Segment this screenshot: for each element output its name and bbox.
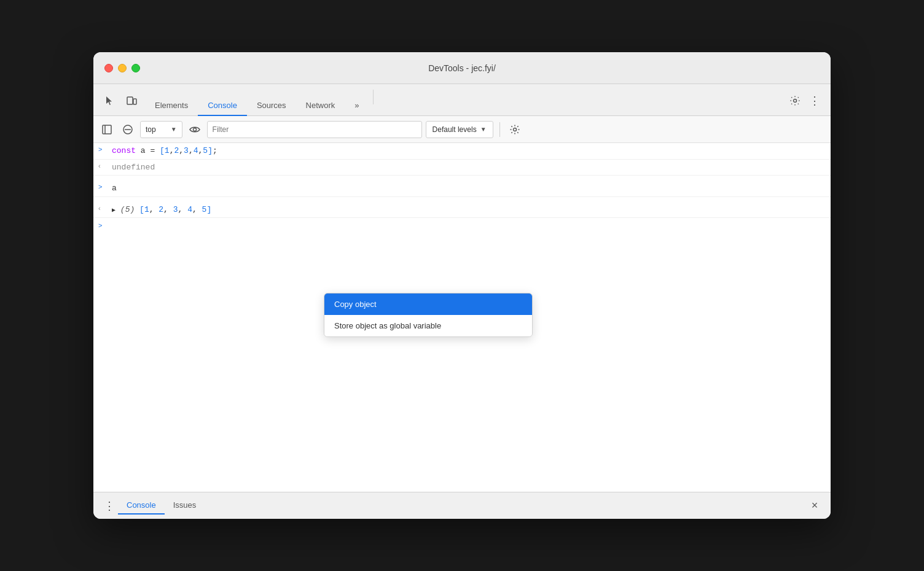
console-content[interactable]: > const a = [1,2,3,4,5]; ‹ undefined > a… [93,143,831,492]
context-menu: Copy object Store object as global varia… [324,293,533,337]
context-menu-copy-object[interactable]: Copy object [324,293,532,315]
line-gap-1 [93,176,831,181]
toolbar-separator [499,122,500,137]
svg-point-8 [513,128,516,131]
svg-point-2 [794,99,797,103]
bottom-tabs: Console Issues [118,497,806,515]
devtools-window: DevTools - jec.fyi/ Elements Console [93,52,831,519]
input-arrow-3: > [98,182,107,190]
svg-rect-1 [133,99,136,104]
close-button[interactable] [104,64,113,72]
cursor-icon [104,95,115,106]
levels-dropdown[interactable]: Default levels ▼ [426,121,493,138]
tab-bar: Elements Console Sources Network » ⋮ [93,84,831,116]
console-code-1: const a = [1,2,3,4,5]; [112,145,826,157]
bottom-tab-console[interactable]: Console [118,497,165,515]
console-output-2: undefined [112,161,826,174]
filter-input[interactable] [207,121,422,138]
eye-icon [189,124,200,135]
tab-sources[interactable]: Sources [247,96,296,116]
console-line-1: > const a = [1,2,3,4,5]; [93,143,831,160]
input-arrow-1: > [98,145,107,153]
console-prompt-line[interactable]: > [93,218,831,233]
bottom-more-btn[interactable]: ⋮ [101,497,118,515]
console-code-3: a [112,182,826,195]
console-toolbar: top ▼ Default levels ▼ [93,116,831,143]
device-toolbar-btn[interactable] [123,92,140,109]
tab-console[interactable]: Console [198,96,247,116]
bottom-bar: ⋮ Console Issues × [93,492,831,519]
context-menu-store-global[interactable]: Store object as global variable [324,315,532,336]
tab-elements[interactable]: Elements [145,96,198,116]
tab-bar-separator [373,90,374,104]
title-bar: DevTools - jec.fyi/ [93,52,831,84]
more-options-btn[interactable]: ⋮ [806,92,823,109]
console-line-3: > a [93,181,831,197]
return-arrow-4: ‹ [98,204,107,212]
sidebar-toggle-btn[interactable] [98,121,116,138]
prompt-caret-icon: > [98,222,102,229]
context-selector[interactable]: top ▼ [140,121,182,138]
gear-icon [789,95,801,106]
eye-icon-btn[interactable] [186,121,203,138]
window-title: DevTools - jec.fyi/ [428,63,496,73]
bottom-close-btn[interactable]: × [806,497,823,515]
sidebar-icon [101,124,112,135]
minimize-button[interactable] [118,64,127,72]
dropdown-arrow-icon: ▼ [171,126,177,133]
settings-icon-btn[interactable] [786,92,804,109]
tab-bar-right: ⋮ [786,92,823,115]
inspect-icon-btn[interactable] [101,92,118,109]
tab-more[interactable]: » [345,96,369,116]
levels-arrow-icon: ▼ [480,126,487,133]
return-arrow-2: ‹ [98,161,107,169]
tab-bar-icons [101,92,140,115]
svg-rect-3 [103,125,111,134]
clear-console-btn[interactable] [119,121,136,138]
maximize-button[interactable] [131,64,140,72]
device-icon [126,95,137,106]
console-line-4: ‹ ▶ (5) [1, 2, 3, 4, 5] Copy object Stor… [93,202,831,219]
gear-icon-small [509,124,520,135]
bottom-tab-issues[interactable]: Issues [165,497,205,515]
svg-point-7 [193,128,196,131]
clear-icon [122,124,133,135]
console-settings-btn[interactable] [506,121,523,138]
console-output-4[interactable]: ▶ (5) [1, 2, 3, 4, 5] [112,204,826,216]
console-line-2: ‹ undefined [93,160,831,176]
line-gap-2 [93,197,831,202]
traffic-lights [104,64,140,72]
tab-network[interactable]: Network [296,96,345,116]
svg-rect-0 [127,97,133,104]
ellipsis-icon: ⋮ [809,94,821,107]
